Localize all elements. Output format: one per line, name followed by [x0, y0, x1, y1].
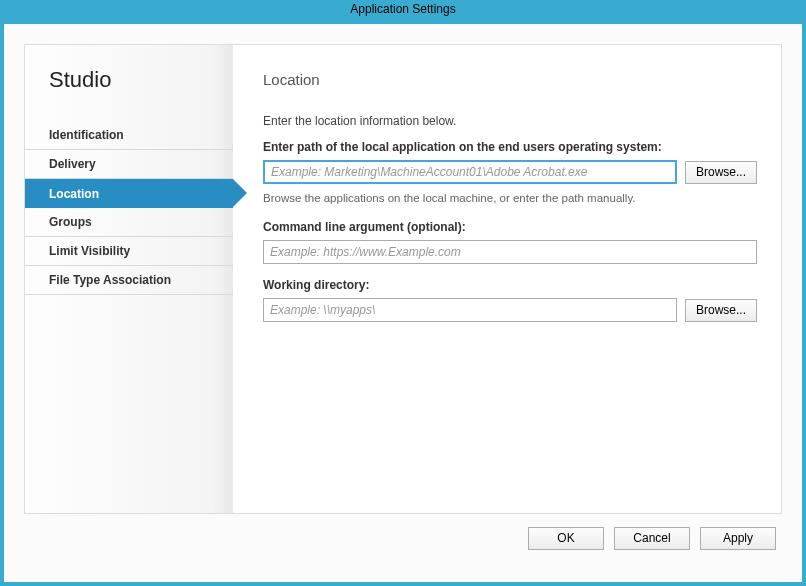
page-title: Location: [263, 71, 757, 88]
sidebar-item-location[interactable]: Location: [25, 179, 233, 208]
browse-path-button[interactable]: Browse...: [685, 161, 757, 184]
cancel-button[interactable]: Cancel: [614, 527, 690, 550]
main-panel: Location Enter the location information …: [233, 45, 781, 513]
sidebar: Studio Identification Delivery Location …: [25, 45, 233, 513]
cmd-row: [263, 240, 757, 264]
sidebar-item-groups[interactable]: Groups: [25, 208, 233, 237]
sidebar-item-delivery[interactable]: Delivery: [25, 150, 233, 179]
dialog-footer: OK Cancel Apply: [24, 514, 782, 562]
content-area: Studio Identification Delivery Location …: [24, 44, 782, 514]
dialog-window: Application Settings Studio Identificati…: [0, 0, 806, 586]
titlebar: Application Settings: [4, 0, 802, 24]
sidebar-item-label: Limit Visibility: [49, 244, 130, 258]
sidebar-nav: Identification Delivery Location Groups …: [25, 121, 233, 295]
ok-button[interactable]: OK: [528, 527, 604, 550]
sidebar-item-label: Identification: [49, 128, 124, 142]
sidebar-item-file-type-association[interactable]: File Type Association: [25, 266, 233, 295]
path-label: Enter path of the local application on t…: [263, 140, 757, 154]
sidebar-item-label: File Type Association: [49, 273, 171, 287]
browse-wd-button[interactable]: Browse...: [685, 299, 757, 322]
path-row: Browse...: [263, 160, 757, 184]
wd-input[interactable]: [263, 298, 677, 322]
apply-button[interactable]: Apply: [700, 527, 776, 550]
sidebar-item-label: Groups: [49, 215, 92, 229]
sidebar-title: Studio: [25, 67, 233, 121]
intro-text: Enter the location information below.: [263, 114, 757, 128]
path-input[interactable]: [263, 160, 677, 184]
cmd-input[interactable]: [263, 240, 757, 264]
sidebar-item-label: Location: [49, 187, 99, 201]
wd-row: Browse...: [263, 298, 757, 322]
sidebar-item-label: Delivery: [49, 157, 96, 171]
path-hint: Browse the applications on the local mac…: [263, 192, 757, 204]
cmd-label: Command line argument (optional):: [263, 220, 757, 234]
sidebar-item-identification[interactable]: Identification: [25, 121, 233, 150]
window-title: Application Settings: [350, 2, 455, 16]
wd-label: Working directory:: [263, 278, 757, 292]
client-area: Studio Identification Delivery Location …: [4, 24, 802, 582]
sidebar-item-limit-visibility[interactable]: Limit Visibility: [25, 237, 233, 266]
